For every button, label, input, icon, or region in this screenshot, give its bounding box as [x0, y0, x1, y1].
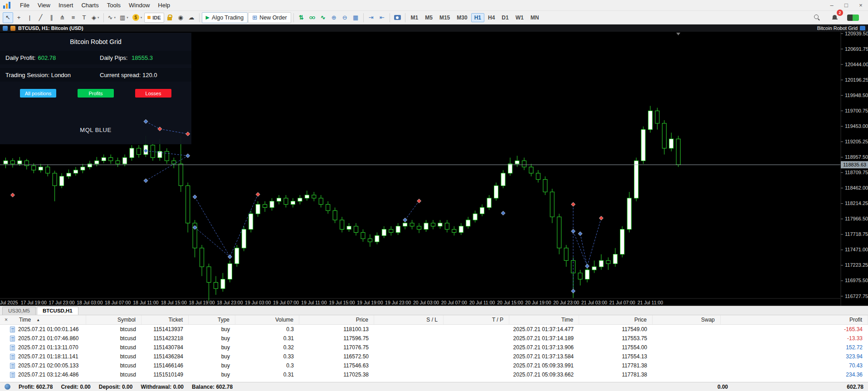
timeframe-m30-button[interactable]: M30	[454, 13, 470, 22]
close-toolbox-icon[interactable]: ×	[3, 317, 10, 323]
fixed-scale-button[interactable]: OO	[307, 12, 317, 23]
shift-begin-button[interactable]: ⇥	[366, 12, 376, 23]
column-header-price-5[interactable]: Price	[299, 315, 374, 324]
timeframe-m5-button[interactable]: M5	[422, 13, 436, 22]
daily-profit-value: 602.78	[38, 54, 56, 61]
cell-type: buy	[189, 344, 235, 351]
shift-end-button[interactable]: ⇤	[377, 12, 387, 23]
cell-profit: 234.36	[721, 371, 868, 378]
andrews-pitchfork-tool-button[interactable]: ⋔	[57, 12, 68, 23]
cell-type: buy	[189, 362, 235, 369]
price-axis-label: 116727.75	[845, 293, 868, 299]
price-axis-label: 117223.25	[845, 262, 868, 268]
column-header-symbol-1[interactable]: Symbol	[86, 315, 141, 324]
candle-body	[347, 226, 351, 230]
column-header-tp-7[interactable]: T / P	[444, 315, 509, 324]
column-header-price-9[interactable]: Price	[579, 315, 653, 324]
table-row[interactable]: 2025.07.21 03:12:46.486btcusd1151510149b…	[0, 370, 868, 379]
table-row[interactable]: 2025.07.21 01:18:11.141btcusd1151436284b…	[0, 352, 868, 361]
new-order-button[interactable]: ⊞New Order	[248, 12, 291, 23]
table-row[interactable]: 2025.07.21 02:00:05.133btcusd1151466146b…	[0, 361, 868, 370]
ea-name-chip[interactable]: Bitcoin Robot Grid	[817, 25, 865, 31]
tile-windows-button[interactable]: ▦	[351, 12, 361, 23]
column-header-profit-11[interactable]: Profit	[721, 315, 868, 324]
time-axis-label: 20 Jul 07:00	[441, 300, 467, 305]
dollar-coin-button[interactable]: $▾	[131, 12, 144, 23]
broadcast-button[interactable]: ◉	[176, 12, 186, 23]
trendline-tool-button[interactable]: ╱	[35, 12, 46, 23]
column-header-time-8[interactable]: Time	[509, 315, 579, 324]
chart-shift-marker[interactable]	[676, 33, 680, 35]
line-chart-type-button[interactable]: ∿▾	[106, 12, 117, 23]
close-button[interactable]: ×	[853, 0, 868, 10]
table-row[interactable]: 2025.07.21 01:13:11.070btcusd1151430784b…	[0, 343, 868, 352]
minimize-button[interactable]: –	[824, 0, 839, 10]
cell-profit: 323.94	[721, 353, 868, 360]
status-segment: Credit: 0.00	[61, 384, 90, 390]
candle-body	[193, 223, 197, 248]
chart-tab-us30-m5[interactable]: US30,M5	[2, 307, 36, 315]
column-header-sl-6[interactable]: S / L	[374, 315, 444, 324]
menu-insert[interactable]: Insert	[54, 0, 78, 10]
table-row[interactable]: 2025.07.21 01:00:01.146btcusd1151413937b…	[0, 325, 868, 334]
price-axis-label: 120444.00	[845, 62, 868, 67]
vertical-line-tool-button[interactable]: |	[24, 12, 35, 23]
time-axis-label: 18 Jul 19:00	[189, 300, 215, 305]
all-positions-button[interactable]: All positions	[20, 89, 56, 98]
losses-button[interactable]: Losses	[135, 89, 171, 98]
column-header-type-3[interactable]: Type	[189, 315, 235, 324]
auto-scale-button[interactable]: ⇅	[296, 12, 307, 23]
zoom-out-button[interactable]: ⊖	[340, 12, 350, 23]
timeframe-h1-button[interactable]: H1	[471, 13, 484, 22]
menu-tools[interactable]: Tools	[103, 0, 125, 10]
crosshair-tool-button[interactable]: +	[14, 12, 24, 23]
candle-body	[354, 226, 358, 233]
profits-button[interactable]: Profits	[78, 89, 114, 98]
timeframe-mn-button[interactable]: MN	[527, 13, 542, 22]
cloud-upload-icon: ☁	[189, 14, 195, 21]
equidistant-channel-tool-button[interactable]: ∥	[46, 12, 57, 23]
menu-view[interactable]: View	[34, 0, 54, 10]
column-header-ticket-2[interactable]: Ticket	[141, 315, 189, 324]
cloud-upload-button[interactable]: ☁	[186, 12, 197, 23]
chart-tab-btcusd-h1[interactable]: BTCUSD,H1	[37, 307, 78, 315]
column-header-swap-10[interactable]: Swap	[653, 315, 721, 324]
notifications-button[interactable]: 2	[829, 12, 840, 23]
window-controls: –□×	[824, 0, 868, 10]
cell-volume: 0.33	[235, 353, 299, 360]
table-row[interactable]: 2025.07.21 01:07:46.860btcusd1151423218b…	[0, 334, 868, 343]
screenshot-button[interactable]	[392, 12, 403, 23]
menu-window[interactable]: Window	[125, 0, 154, 10]
cursor-tool-button[interactable]: ↖	[3, 12, 13, 23]
shapes-tool-button[interactable]: ◈▾	[90, 12, 101, 23]
search-button[interactable]	[812, 12, 822, 23]
zoom-in-button[interactable]: ⊕	[329, 12, 339, 23]
cell-volume: 0.3	[235, 362, 299, 369]
timeframe-m15-button[interactable]: M15	[436, 13, 453, 22]
cell-open-price: 117025.38	[299, 371, 374, 378]
order-doc-icon	[10, 363, 15, 369]
maximize-button[interactable]: □	[839, 0, 853, 10]
toolbar-separator	[390, 13, 390, 22]
timeframe-m1-button[interactable]: M1	[408, 13, 422, 22]
notification-badge: 2	[837, 10, 843, 16]
timeframe-w1-button[interactable]: W1	[512, 13, 527, 22]
tick-scale-button[interactable]: ∿	[318, 12, 328, 23]
chart-title: BTCUSD, H1: Bitcoin (USD)	[18, 25, 83, 31]
time-axis-label: 18 Jul 15:00	[161, 300, 187, 305]
candlestick-chart-type-button[interactable]: ▥▾	[118, 12, 130, 23]
timeframe-h4-button[interactable]: H4	[485, 13, 498, 22]
ide-button[interactable]: IDE	[144, 13, 164, 23]
menu-help[interactable]: Help	[154, 0, 174, 10]
column-header-volume-4[interactable]: Volume	[235, 315, 299, 324]
column-header-time[interactable]: ×Time▲	[0, 315, 86, 324]
menu-file[interactable]: File	[16, 0, 34, 10]
text-tool-button[interactable]: T	[79, 12, 89, 23]
chart-list-icon[interactable]	[3, 26, 8, 31]
time-axis-label: 19 Jul 15:00	[329, 300, 355, 305]
timeframe-d1-button[interactable]: D1	[498, 13, 512, 22]
menu-charts[interactable]: Charts	[77, 0, 102, 10]
lock-button[interactable]	[165, 12, 175, 23]
fibonacci-tool-button[interactable]: ≡	[68, 12, 78, 23]
algo-trading-button[interactable]: ▶Algo Trading	[202, 12, 248, 23]
